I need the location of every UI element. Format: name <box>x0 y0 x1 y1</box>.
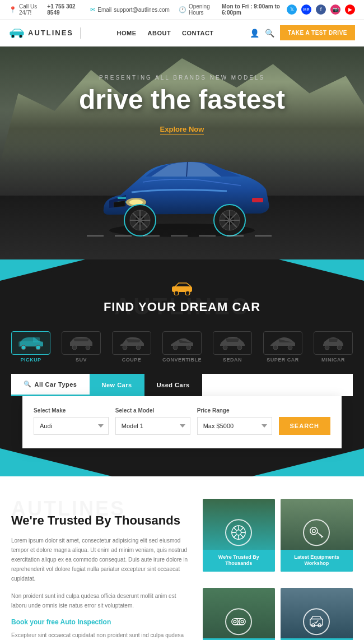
hours-value: Mon to Fri : 9:00am to 6:00pm <box>222 3 287 16</box>
trusted-grid: AUTLINES We're Trusted By Thousands Lore… <box>11 499 353 640</box>
nav-about[interactable]: ABOUT <box>148 30 171 36</box>
service-card-equipment[interactable]: Latest Equipments Workshop <box>281 499 353 572</box>
tab-all-cars[interactable]: 🔍 All Car Types <box>11 374 90 396</box>
hero-cta-button[interactable]: Explore Now <box>160 125 204 135</box>
supercar-label: SUPER CAR <box>267 357 299 363</box>
sedan-icon-box <box>213 331 252 355</box>
car-type-pickup[interactable]: PICKUP <box>11 331 50 363</box>
hero-subtitle: PRESENTING ALL BRANDS NEW MODELS <box>79 75 285 81</box>
model-select[interactable]: Model 1 Model 2 Model 3 <box>115 417 190 435</box>
trusted-text-2: Non proident sunt ind culpa qudesa offic… <box>11 591 192 610</box>
svg-point-36 <box>173 345 178 350</box>
email-label: Email <box>97 7 111 13</box>
service-card-trusted[interactable]: We're Trusted By Thousands <box>203 499 275 572</box>
gear-icon-container <box>225 608 252 635</box>
youtube-icon[interactable]: ▶ <box>345 4 355 15</box>
card-label-trusted: We're Trusted By Thousands <box>208 554 269 567</box>
coupe-icon-box <box>112 331 151 355</box>
make-label: Select Make <box>34 407 109 414</box>
svg-point-38 <box>223 345 227 350</box>
card-label-equipment: Latest Equipments Workshop <box>286 554 347 567</box>
car-type-coupe[interactable]: COUPE <box>112 331 151 363</box>
svg-point-41 <box>288 345 292 350</box>
top-bar: 📍 Call Us 24/7! +1 755 302 8549 ✉ Email … <box>0 0 364 20</box>
make-select[interactable]: Audi BMW Mercedes Toyota <box>34 417 109 435</box>
pickup-label: PICKUP <box>20 357 41 363</box>
suv-label: SUV <box>76 357 87 363</box>
user-icon[interactable]: 👤 <box>250 29 259 38</box>
call-number: +1 755 302 8549 <box>47 3 81 16</box>
svg-point-42 <box>325 345 329 350</box>
search-small-icon: 🔍 <box>24 381 32 388</box>
nav-contact[interactable]: CONTACT <box>182 30 213 36</box>
svg-rect-29 <box>33 337 40 342</box>
svg-point-32 <box>72 345 77 350</box>
find-section-title: FIND YOUR DREAM CAR <box>0 300 364 314</box>
svg-point-34 <box>123 345 127 350</box>
card-overlay-1: We're Trusted By Thousands <box>203 550 275 572</box>
search-icon[interactable]: 🔍 <box>265 29 274 38</box>
wheel-icon-container <box>225 519 252 546</box>
car-type-supercar[interactable]: SUPER CAR <box>263 331 302 363</box>
svg-point-59 <box>232 618 238 624</box>
email-info: ✉ Email support@autlines.com <box>90 6 170 13</box>
svg-point-43 <box>337 345 342 350</box>
svg-line-52 <box>241 527 244 531</box>
svg-point-54 <box>310 527 318 535</box>
car-type-sedan[interactable]: SEDAN <box>213 331 252 363</box>
pin-icon: 📍 <box>9 6 17 13</box>
dark-section-footer <box>0 448 364 476</box>
service-card-service[interactable]: Vehicle Service & Maintainance <box>281 588 353 640</box>
nav-home[interactable]: HOME <box>117 30 137 36</box>
car-type-selector: PICKUP SUV <box>0 326 364 374</box>
wheel-icon <box>231 525 246 540</box>
price-select[interactable]: Max $5000 Max $10000 Max $20000 <box>197 417 272 435</box>
search-button[interactable]: SEARCH <box>279 417 330 435</box>
teal-corner-left <box>0 448 112 476</box>
filter-search-wrapper: 🔍 All Car Types New Cars Used Cars Selec… <box>0 374 364 448</box>
model-label: Select a Model <box>115 407 190 414</box>
svg-point-39 <box>237 345 242 350</box>
logo: AUTLINES <box>9 27 81 39</box>
booking-link[interactable]: Book your free Auto Inspection <box>11 618 192 626</box>
minicar-icon-box <box>314 331 353 355</box>
service-card-finance[interactable]: Easy Auto Finance Facilities <box>203 588 275 640</box>
sedan-label: SEDAN <box>223 357 242 363</box>
search-form-row: Select Make Audi BMW Mercedes Toyota Sel… <box>34 407 330 435</box>
car-service-icon-container <box>303 608 330 635</box>
svg-line-53 <box>234 535 237 538</box>
section-logo-icon <box>171 282 193 295</box>
instagram-icon[interactable]: 📷 <box>330 4 340 15</box>
svg-point-60 <box>234 620 236 623</box>
dark-footer-trim <box>0 448 364 476</box>
svg-line-50 <box>234 527 237 531</box>
svg-rect-7 <box>118 197 126 199</box>
dark-section: FIND YOUR DREAM CAR AUTLINES PICKUP <box>0 259 364 476</box>
hero-title: drive the fastest <box>79 85 285 115</box>
behance-icon[interactable]: Bē <box>301 4 311 15</box>
search-form: Select Make Audi BMW Mercedes Toyota Sel… <box>22 396 342 448</box>
svg-rect-9 <box>252 198 263 202</box>
gear-chain-icon <box>231 614 246 629</box>
trusted-section: AUTLINES We're Trusted By Thousands Lore… <box>0 476 364 640</box>
logo-icon <box>9 27 25 39</box>
hours-info: 🕐 Opening Hours Mon to Fri : 9:00am to 6… <box>179 3 287 16</box>
car-type-suv[interactable]: SUV <box>62 331 101 363</box>
svg-point-35 <box>136 345 141 350</box>
car-type-convertible[interactable]: CONVERTIBLE <box>162 331 202 363</box>
facebook-icon[interactable]: f <box>316 4 326 15</box>
booking-text: Excepteur sint occaecat cupidatat non pr… <box>11 630 192 640</box>
teal-corner-right <box>252 448 364 476</box>
car-type-minicar[interactable]: MINICAR <box>314 331 353 363</box>
hours-label: Opening Hours <box>189 3 220 16</box>
tab-new-cars[interactable]: New Cars <box>90 374 144 396</box>
call-label: Call Us 24/7! <box>19 3 45 16</box>
svg-line-51 <box>241 535 244 538</box>
svg-point-30 <box>21 345 26 350</box>
twitter-icon[interactable]: 𝕏 <box>287 4 297 15</box>
key-icon-container <box>303 519 330 546</box>
tab-used-cars[interactable]: Used Cars <box>144 374 202 396</box>
svg-point-33 <box>86 345 90 350</box>
svg-point-40 <box>273 345 278 350</box>
test-drive-button[interactable]: TAKE A TEST DRIVE <box>280 25 355 40</box>
